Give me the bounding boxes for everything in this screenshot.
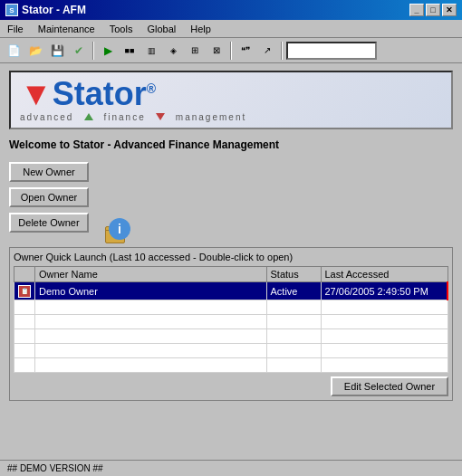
banner-subtitle: advanced finance management <box>20 112 246 122</box>
row-icon-cell <box>14 358 35 373</box>
table-row[interactable]: 📋Demo OwnerActive27/06/2005 2:49:50 PM <box>14 282 448 300</box>
app-banner: ▼Stator® advanced finance management <box>9 71 453 129</box>
col-header-icon <box>14 267 35 282</box>
toolbar-check-btn[interactable]: ✔ <box>69 41 89 61</box>
row-status-cell <box>266 358 321 373</box>
row-status-cell: Active <box>266 282 321 300</box>
minimize-button[interactable]: _ <box>409 4 424 16</box>
toolbar-new-btn[interactable]: 📄 <box>4 41 24 61</box>
toolbar-open-btn[interactable]: 📂 <box>25 41 45 61</box>
row-name-cell <box>35 358 267 373</box>
down-triangle-icon <box>156 113 165 120</box>
toolbar-save-btn[interactable]: 💾 <box>47 41 67 61</box>
row-name-cell: Demo Owner <box>35 282 267 300</box>
table-row[interactable] <box>14 315 448 329</box>
close-button[interactable]: ✕ <box>442 4 457 16</box>
status-text: ## DEMO VERSION ## <box>7 463 103 473</box>
window-controls: _ □ ✕ <box>409 4 457 16</box>
toolbar: 📄 📂 💾 ✔ ▶ ■■ ▥ ◈ ⊞ ⊠ ❝❞ ↗ <box>0 38 462 63</box>
row-name-cell <box>35 315 267 329</box>
row-accessed-cell <box>321 344 448 358</box>
owner-table: Owner Name Status Last Accessed 📋Demo Ow… <box>14 266 448 373</box>
menu-tools[interactable]: Tools <box>106 23 137 35</box>
col-header-name: Owner Name <box>35 267 267 282</box>
row-icon-cell <box>14 344 35 358</box>
col-header-accessed: Last Accessed <box>321 267 448 282</box>
new-owner-button[interactable]: New Owner <box>9 162 89 182</box>
maximize-button[interactable]: □ <box>426 4 440 16</box>
menu-global[interactable]: Global <box>143 23 179 35</box>
action-area: New Owner Open Owner Delete Owner i <box>9 162 453 243</box>
row-accessed-cell <box>321 358 448 373</box>
banner-logo: ▼Stator® advanced finance management <box>20 78 246 122</box>
window-title: Stator - AFM <box>22 4 86 16</box>
toolbar-sep2 <box>230 42 232 60</box>
row-icon-cell <box>14 329 35 344</box>
main-content: ▼Stator® advanced finance management Wel… <box>0 63 462 460</box>
row-status-cell <box>266 329 321 344</box>
toolbar-search-input[interactable] <box>286 42 377 60</box>
edit-selected-owner-button[interactable]: Edit Selected Owner <box>331 376 448 396</box>
row-status-cell <box>266 300 321 315</box>
row-status-cell <box>266 344 321 358</box>
col-header-status: Status <box>266 267 321 282</box>
menu-bar: File Maintenance Tools Global Help <box>0 20 462 38</box>
table-row[interactable] <box>14 329 448 344</box>
toolbar-gray5-btn[interactable]: ⊠ <box>207 41 226 61</box>
menu-file[interactable]: File <box>4 23 27 35</box>
row-icon-cell <box>14 300 35 315</box>
action-buttons: New Owner Open Owner Delete Owner <box>9 162 91 233</box>
toolbar-gray4-btn[interactable]: ⊞ <box>185 41 205 61</box>
toolbar-gray2-btn[interactable]: ▥ <box>141 41 161 61</box>
app-icon: S <box>5 4 18 16</box>
banner-title: ▼Stator® <box>20 78 156 110</box>
row-status-cell <box>266 315 321 329</box>
title-bar: S Stator - AFM _ □ ✕ <box>0 0 462 20</box>
welcome-text: Welcome to Stator - Advanced Finance Man… <box>9 138 453 151</box>
toolbar-gray1-btn[interactable]: ■■ <box>120 41 140 61</box>
info-circle-icon: i <box>109 218 130 240</box>
row-icon-cell: 📋 <box>14 282 35 300</box>
row-icon-cell <box>14 315 35 329</box>
toolbar-quotes-btn[interactable]: ❝❞ <box>236 41 255 61</box>
table-header-row: Owner Name Status Last Accessed <box>14 267 448 282</box>
info-icon-area: i <box>105 218 130 243</box>
quick-launch-title: Owner Quick Launch (Last 10 accessed - D… <box>14 252 448 262</box>
row-accessed-cell: 27/06/2005 2:49:50 PM <box>321 282 448 300</box>
table-row[interactable] <box>14 300 448 315</box>
row-name-cell <box>35 344 267 358</box>
table-row[interactable] <box>14 344 448 358</box>
toolbar-arrow-btn[interactable]: ↗ <box>257 41 277 61</box>
row-accessed-cell <box>321 300 448 315</box>
toolbar-gray3-btn[interactable]: ◈ <box>163 41 183 61</box>
table-row[interactable] <box>14 358 448 373</box>
delete-owner-button[interactable]: Delete Owner <box>9 213 89 233</box>
row-accessed-cell <box>321 315 448 329</box>
quick-launch-section: Owner Quick Launch (Last 10 accessed - D… <box>9 247 453 401</box>
toolbar-sep3 <box>281 42 283 60</box>
owner-table-body: 📋Demo OwnerActive27/06/2005 2:49:50 PM <box>14 282 448 373</box>
up-triangle-icon <box>84 113 93 120</box>
menu-help[interactable]: Help <box>187 23 215 35</box>
open-owner-button[interactable]: Open Owner <box>9 187 89 207</box>
status-bar: ## DEMO VERSION ## <box>0 460 462 476</box>
bottom-bar: Edit Selected Owner <box>14 376 448 396</box>
row-accessed-cell <box>321 329 448 344</box>
row-name-cell <box>35 300 267 315</box>
toolbar-run-btn[interactable]: ▶ <box>98 41 118 61</box>
row-name-cell <box>35 329 267 344</box>
toolbar-sep1 <box>92 42 94 60</box>
menu-maintenance[interactable]: Maintenance <box>34 23 99 35</box>
